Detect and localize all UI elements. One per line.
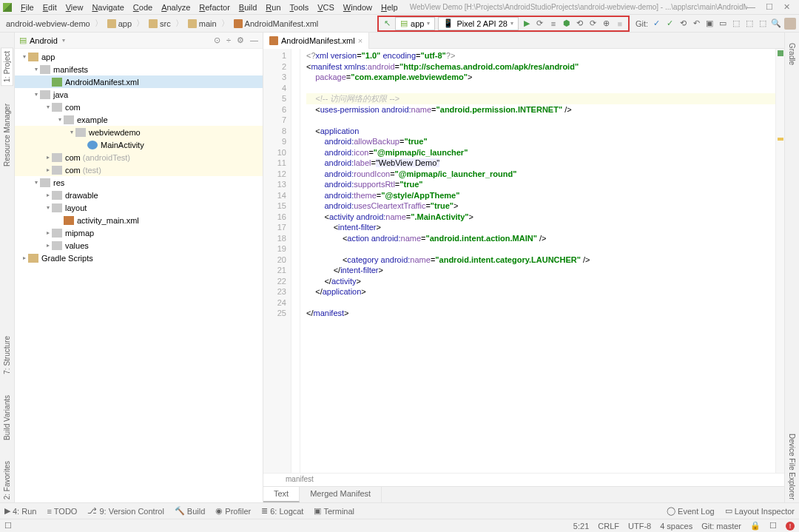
maximize-icon[interactable]: ☐ [766,2,773,12]
gear-icon[interactable]: ⚙ [237,36,244,45]
tb-icon-2[interactable]: ⬚ [744,18,755,29]
collapse-icon[interactable]: ÷ [226,36,231,45]
editor-tab[interactable]: AndroidManifest.xml × [263,33,369,49]
mem-icon[interactable]: ☐ [769,521,777,531]
sdk-icon[interactable]: ▭ [718,18,728,29]
attach-debugger-icon[interactable]: ⟲ [575,18,585,29]
minimize-icon[interactable]: — [747,2,755,12]
error-indicator-icon[interactable]: ! [786,522,795,531]
debug-icon[interactable]: ≡ [548,18,559,29]
vtab-gradle[interactable]: Gradle [786,40,798,68]
make-project-icon[interactable]: ↖ [382,18,392,29]
stop-icon[interactable]: ■ [615,18,625,29]
status-position[interactable]: 5:21 [573,522,589,531]
tree-node[interactable]: MainActivity [15,138,263,151]
tool-window-button[interactable]: 🔨Build [175,506,205,516]
menu-help[interactable]: Help [377,1,402,13]
run-config-combo[interactable]: ▤ app ▾ [395,17,435,30]
tree-node[interactable]: ▾layout [15,201,263,214]
tb-icon-1[interactable]: ⬚ [731,18,741,29]
menu-refactor[interactable]: Refactor [195,1,235,13]
tree-node[interactable]: ▸values [15,239,263,252]
tool-window-button[interactable]: ◉Profiler [215,506,251,516]
tool-window-button[interactable]: ▶4: Run [4,506,36,516]
menu-analyze[interactable]: Analyze [157,1,195,13]
tool-window-button[interactable]: ≡TODO [47,506,77,516]
inspection-ok-icon [778,50,783,56]
status-line-sep[interactable]: CRLF [598,522,619,531]
tool-window-button[interactable]: ⎇9: Version Control [87,506,163,516]
status-indent[interactable]: 4 spaces [660,522,692,531]
menu-build[interactable]: Build [235,1,261,13]
vtab-project[interactable]: 1: Project [1,47,13,86]
tool-window-button[interactable]: ▭Layout Inspector [725,506,795,516]
tree-node[interactable]: ▾com [15,101,263,113]
apply-code-icon[interactable]: ⟳ [588,18,599,29]
apply-changes-icon[interactable]: ⟳ [535,18,545,29]
menu-vcs[interactable]: VCS [313,1,339,13]
git-revert-icon[interactable]: ↶ [691,18,701,29]
tree-node[interactable]: ▾manifests [15,63,263,75]
git-commit-icon[interactable]: ✓ [664,18,675,29]
tree-node[interactable]: activity_main.xml [15,214,263,226]
menu-tools[interactable]: Tools [286,1,314,13]
tb-icon-3[interactable]: ⬚ [758,18,768,29]
status-icon[interactable]: ☐ [4,521,12,531]
project-view-label[interactable]: Android [30,36,58,45]
breadcrumb-item[interactable]: main [185,18,220,29]
editor-breadcrumb[interactable]: manifest [263,473,784,486]
breadcrumb-item[interactable]: src [146,18,174,29]
tab-text[interactable]: Text [263,487,300,502]
menu-file[interactable]: File [16,1,38,13]
menu-view[interactable]: View [61,1,88,13]
code-content[interactable]: <?xml version="1.0" encoding="utf-8"?><m… [300,49,775,473]
close-tab-icon[interactable]: × [358,36,363,45]
project-tree[interactable]: ▾app▾manifestsAndroidManifest.xml▾java▾c… [15,49,263,502]
tree-node[interactable]: ▾webviewdemo [15,126,263,138]
tree-node[interactable]: ▸com(androidTest) [15,151,263,164]
menu-window[interactable]: Window [339,1,377,13]
git-pull-icon[interactable]: ✓ [651,18,661,29]
breadcrumb-item[interactable]: AndroidManifest.xml [231,18,322,29]
tool-window-button[interactable]: ▣Terminal [314,506,354,516]
tree-node[interactable]: AndroidManifest.xml [15,75,263,88]
git-history-icon[interactable]: ⟲ [678,18,688,29]
breadcrumb-item[interactable]: android-webview-demo [3,18,93,29]
hide-icon[interactable]: — [250,36,258,45]
sync-icon[interactable]: ⊙ [214,36,220,45]
avd-icon[interactable]: ▣ [704,18,715,29]
tree-node[interactable]: ▾example [15,113,263,126]
run-icon[interactable]: ▶ [522,18,532,29]
tree-node[interactable]: ▸Gradle Scripts [15,252,263,264]
tool-window-button[interactable]: ≣6: Logcat [261,506,303,516]
vtab-structure[interactable]: 7: Structure [1,333,13,377]
tree-node[interactable]: ▸com(test) [15,164,263,176]
menu-navigate[interactable]: Navigate [87,1,128,13]
avatar-icon[interactable] [784,18,796,30]
lock-icon[interactable]: 🔒 [750,521,761,531]
tree-node[interactable]: ▸mipmap [15,226,263,239]
vtab-resource-manager[interactable]: Resource Manager [1,101,13,169]
menu-edit[interactable]: Edit [38,1,61,13]
warning-marker[interactable] [778,138,783,141]
code-editor[interactable]: 1234567891011121314151617181920212223242… [263,49,784,473]
vtab-build-variants[interactable]: Build Variants [1,392,13,443]
tree-node[interactable]: ▾app [15,50,263,63]
more-icon[interactable]: ⊕ [601,18,612,29]
close-icon[interactable]: ✕ [783,2,790,12]
menu-code[interactable]: Code [129,1,157,13]
status-git[interactable]: Git: master [701,522,741,531]
tree-node[interactable]: ▾java [15,88,263,101]
status-encoding[interactable]: UTF-8 [628,522,651,531]
tab-merged-manifest[interactable]: Merged Manifest [300,487,382,502]
tree-node[interactable]: ▸drawable [15,189,263,201]
vtab-favorites[interactable]: 2: Favorites [1,458,13,502]
device-combo[interactable]: 📱 Pixel 2 API 28 ▾ [438,17,519,30]
search-icon[interactable]: 🔍 [771,18,781,29]
tool-window-button[interactable]: ◯Event Log [667,506,715,516]
menu-run[interactable]: Run [261,1,285,13]
tree-node[interactable]: ▾res [15,176,263,189]
vtab-device-explorer[interactable]: Device File Explorer [786,431,798,502]
profiler-icon[interactable]: ⬢ [562,18,572,29]
breadcrumb-item[interactable]: app [104,18,135,29]
